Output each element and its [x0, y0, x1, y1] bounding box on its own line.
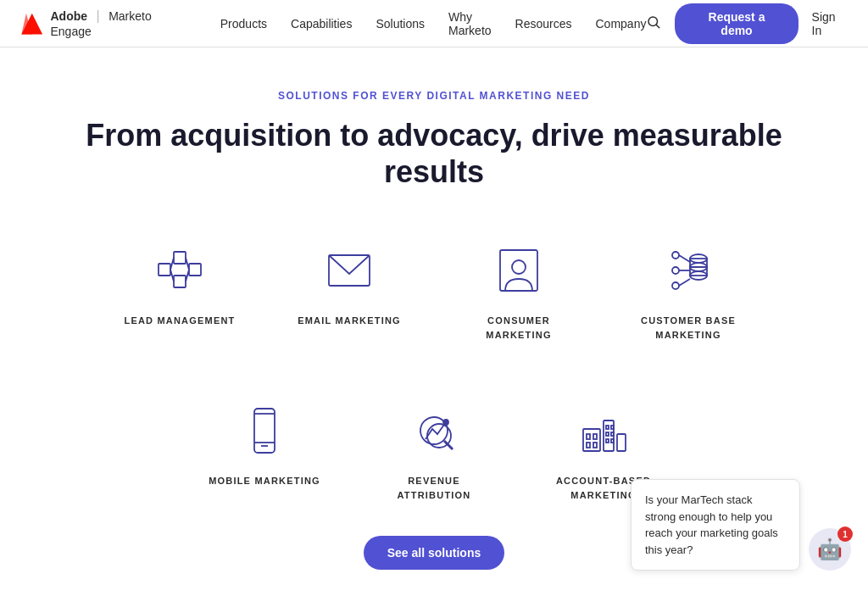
email-marketing-label: EMAIL MARKETING: [298, 314, 401, 328]
svg-rect-37: [587, 434, 590, 439]
svg-rect-38: [593, 434, 597, 439]
svg-rect-4: [159, 264, 170, 276]
solution-email-marketing[interactable]: EMAIL MARKETING: [264, 224, 434, 359]
svg-point-20: [672, 252, 679, 259]
chatbot-avatar-button[interactable]: 🤖 1: [809, 528, 851, 571]
customer-base-marketing-icon: [659, 241, 718, 300]
svg-rect-46: [611, 439, 614, 443]
svg-point-31: [443, 420, 448, 425]
lead-management-label: LEAD MANAGEMENT: [124, 314, 235, 328]
solution-revenue-attribution[interactable]: REVENUE ATTRIBUTION: [349, 384, 519, 519]
solution-customer-base-marketing[interactable]: CUSTOMER BASE MARKETING: [604, 224, 773, 359]
nav-separator: |: [97, 8, 100, 23]
robot-icon: 🤖: [817, 538, 843, 561]
svg-rect-44: [611, 432, 614, 436]
hero-title: From acquisition to advocacy, drive meas…: [53, 117, 815, 190]
request-demo-button[interactable]: Request a demo: [675, 3, 798, 44]
svg-line-25: [679, 279, 690, 286]
svg-rect-7: [189, 264, 201, 276]
svg-rect-45: [606, 439, 609, 443]
navbar: Adobe | Marketo Engage Products Capabili…: [0, 0, 868, 47]
logo-area[interactable]: Adobe | Marketo Engage: [20, 8, 193, 39]
consumer-marketing-label: CONSUMER MARKETING: [486, 314, 551, 342]
search-icon[interactable]: [646, 14, 661, 33]
svg-rect-43: [606, 432, 609, 436]
solution-lead-management[interactable]: LEAD MANAGEMENT: [95, 224, 264, 359]
mobile-marketing-label: MOBILE MARKETING: [209, 474, 320, 488]
svg-point-2: [648, 17, 658, 26]
chatbot-message: Is your MarTech stack strong enough to h…: [645, 493, 778, 556]
brand-name: Adobe | Marketo Engage: [51, 8, 193, 39]
nav-resources[interactable]: Resources: [515, 17, 572, 31]
svg-rect-5: [174, 252, 186, 264]
svg-point-33: [427, 424, 451, 448]
nav-why-marketo[interactable]: Why Marketo: [448, 10, 492, 37]
adobe-logo-icon: [20, 12, 44, 36]
consumer-marketing-icon: [489, 241, 548, 300]
svg-rect-6: [174, 276, 186, 287]
svg-rect-41: [606, 426, 609, 429]
solution-consumer-marketing[interactable]: CONSUMER MARKETING: [434, 224, 604, 359]
svg-rect-39: [587, 443, 590, 448]
solutions-row1: LEAD MANAGEMENT EMAIL MARKETING CONSU: [53, 224, 815, 359]
nav-company[interactable]: Company: [596, 17, 647, 31]
svg-point-14: [512, 260, 526, 274]
svg-point-22: [672, 282, 679, 289]
svg-line-3: [657, 25, 659, 27]
solution-mobile-marketing[interactable]: MOBILE MARKETING: [180, 384, 349, 519]
revenue-attribution-icon: [404, 401, 464, 460]
chatbot-notification-badge: 1: [837, 526, 853, 542]
email-marketing-icon: [320, 241, 379, 300]
svg-rect-42: [611, 426, 614, 429]
svg-rect-34: [583, 429, 600, 451]
customer-base-marketing-label: CUSTOMER BASE MARKETING: [641, 314, 736, 342]
sign-in-link[interactable]: Sign In: [812, 10, 848, 37]
nav-solutions[interactable]: Solutions: [376, 17, 425, 31]
chatbot-bubble: Is your MarTech stack strong enough to h…: [631, 479, 800, 571]
svg-rect-40: [593, 443, 597, 448]
nav-actions: Request a demo Sign In: [646, 3, 848, 44]
account-based-marketing-icon: [574, 401, 633, 460]
nav-links: Products Capabilities Solutions Why Mark…: [220, 10, 647, 37]
mobile-marketing-icon: [235, 401, 294, 460]
chatbot-widget: Is your MarTech stack strong enough to h…: [631, 479, 851, 571]
lead-management-icon: [150, 241, 209, 300]
svg-point-21: [672, 267, 679, 274]
nav-products[interactable]: Products: [220, 17, 267, 31]
revenue-attribution-label: REVENUE ATTRIBUTION: [398, 474, 471, 502]
see-all-solutions-button[interactable]: See all solutions: [364, 536, 504, 570]
svg-line-23: [679, 255, 690, 262]
nav-capabilities[interactable]: Capabilities: [291, 17, 352, 31]
svg-rect-36: [617, 434, 626, 451]
hero-subtitle: SOLUTIONS FOR EVERY DIGITAL MARKETING NE…: [34, 90, 834, 102]
